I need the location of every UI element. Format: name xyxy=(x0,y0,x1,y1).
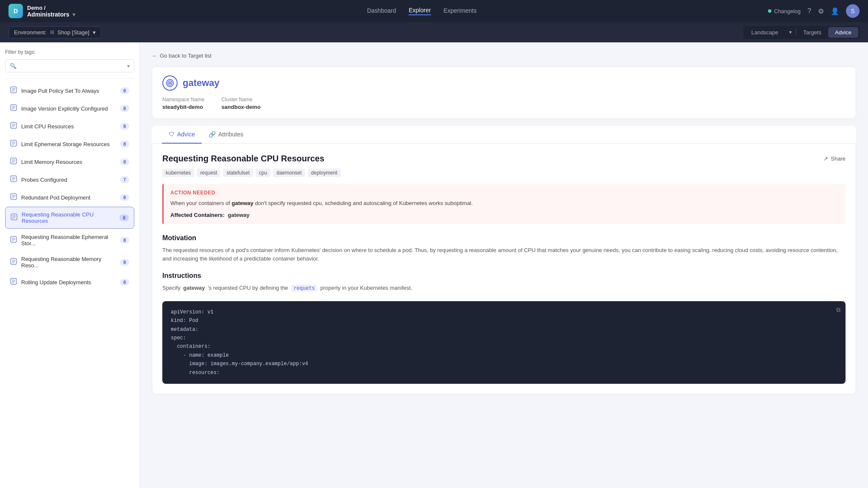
tag-daemonset[interactable]: daemonset xyxy=(273,169,305,177)
sidebar-item-label-image-pull-policy: Image Pull Policy Set To Always xyxy=(21,88,116,94)
namespace-meta: Namespace Name steadybit-demo xyxy=(162,97,204,110)
tab-landscape[interactable]: Landscape xyxy=(745,27,785,38)
sidebar-item-rolling-update[interactable]: Rolling Update Deployments8 xyxy=(5,274,134,291)
action-needed-title: ACTION NEEDED xyxy=(170,190,839,196)
avatar[interactable]: S xyxy=(846,4,860,18)
cluster-label: Cluster Name xyxy=(221,97,260,103)
sidebar-item-icon-redundant-pod xyxy=(10,193,17,202)
sidebar-item-limit-cpu[interactable]: Limit CPU Resources8 xyxy=(5,118,134,135)
sidebar-item-image-version[interactable]: Image Version Explicitly Configured8 xyxy=(5,100,134,117)
search-icon: 🔍 xyxy=(10,63,17,69)
sidebar-item-badge-requesting-ephemeral: 8 xyxy=(120,237,129,244)
sidebar-item-icon-limit-cpu xyxy=(10,122,17,130)
tag-cpu[interactable]: cpu xyxy=(256,169,270,177)
breadcrumb-chevron[interactable]: ▾ xyxy=(72,11,75,18)
tag-deployment[interactable]: deployment xyxy=(308,169,341,177)
motivation-title: Motivation xyxy=(162,234,846,242)
env-grid-icon: ⊞ xyxy=(50,29,54,35)
inst-text-before: Specify xyxy=(162,285,181,291)
instructions-section: Instructions Specify gateway 's requeste… xyxy=(162,272,846,293)
share-button[interactable]: ↗ Share xyxy=(823,155,846,162)
tag-request[interactable]: request xyxy=(197,169,220,177)
back-link-label: Go back to Target list xyxy=(160,53,211,59)
motivation-text: The requested resources of a pod's conta… xyxy=(162,246,846,264)
sidebar-item-icon-rolling-update xyxy=(10,278,17,286)
sidebar-item-badge-limit-ephemeral: 8 xyxy=(120,141,129,147)
sidebar-item-badge-requesting-cpu: 8 xyxy=(120,214,129,221)
sidebar-item-label-limit-cpu: Limit CPU Resources xyxy=(21,123,116,130)
sidebar-item-label-image-version: Image Version Explicitly Configured xyxy=(21,105,116,112)
app-logo: D xyxy=(8,4,23,18)
copy-button[interactable]: ⧉ xyxy=(836,306,840,313)
sidebar-item-badge-rolling-update: 8 xyxy=(120,279,129,286)
nav-explorer[interactable]: Explorer xyxy=(409,7,431,15)
user-icon[interactable]: 👤 xyxy=(831,7,839,15)
target-name: gateway xyxy=(183,78,220,89)
changelog-dot xyxy=(768,9,771,13)
sidebar-item-icon-requesting-ephemeral xyxy=(10,236,17,244)
changelog-button[interactable]: Changelog xyxy=(768,8,801,14)
sidebar-item-icon-probes-configured xyxy=(10,175,17,184)
action-entity: gateway xyxy=(232,200,253,206)
share-label: Share xyxy=(831,155,846,162)
sidebar-item-label-requesting-memory: Requesting Reasonable Memory Reso... xyxy=(21,256,116,269)
help-icon[interactable]: ? xyxy=(807,7,811,15)
tag-statefulset[interactable]: statefulset xyxy=(223,169,253,177)
advice-title-row: Requesting Reasonable CPU Resources ↗ Sh… xyxy=(162,154,846,164)
nav-dashboard[interactable]: Dashboard xyxy=(367,7,396,15)
namespace-label: Namespace Name xyxy=(162,97,204,103)
tab-attributes-content[interactable]: 🔗 Attributes xyxy=(202,126,250,144)
sidebar-item-label-requesting-ephemeral: Requesting Reasonable Ephemeral Stor... xyxy=(21,234,116,247)
namespace-value: steadybit-demo xyxy=(162,104,204,110)
target-meta: Namespace Name steadybit-demo Cluster Na… xyxy=(162,97,846,110)
code-block: ⧉ apiVersion: v1 kind: Pod metadata: spe… xyxy=(162,301,846,384)
environment-selector[interactable]: Environment: ⊞ Shop [Stage] ▾ xyxy=(8,26,101,39)
back-arrow-icon: ← xyxy=(152,53,157,59)
sidebar-item-badge-image-pull-policy: 8 xyxy=(120,87,129,94)
target-icon xyxy=(162,75,178,91)
sidebar-item-probes-configured[interactable]: Probes Configured7 xyxy=(5,171,134,188)
sidebar-item-requesting-cpu[interactable]: Requesting Reasonable CPU Resources8 xyxy=(5,207,134,229)
sidebar-item-limit-ephemeral[interactable]: Limit Ephemeral Storage Resources8 xyxy=(5,136,134,152)
advice-panel: Requesting Reasonable CPU Resources ↗ Sh… xyxy=(152,144,856,394)
svg-point-46 xyxy=(169,82,170,83)
back-link[interactable]: ← Go back to Target list xyxy=(152,53,856,59)
tag-kubernetes[interactable]: kubernetes xyxy=(162,169,194,177)
tab-advice-content[interactable]: 🛡 Advice xyxy=(162,126,202,144)
sidebar-item-label-requesting-cpu: Requesting Reasonable CPU Resources xyxy=(22,211,115,224)
action-text-before: When your containers of xyxy=(170,200,230,206)
action-needed-box: ACTION NEEDED When your containers of ga… xyxy=(162,184,846,224)
sidebar-item-icon-limit-ephemeral xyxy=(10,140,17,148)
sub-nav-tabs: Landscape ▾ Targets Advice xyxy=(743,26,860,39)
nav-left: D Demo / Administrators ▾ xyxy=(8,4,75,18)
tab-advice[interactable]: Advice xyxy=(828,27,858,38)
sidebar-item-label-limit-memory: Limit Memory Resources xyxy=(21,159,116,165)
search-chevron-icon[interactable]: ▾ xyxy=(127,63,130,69)
gear-icon[interactable]: ⚙ xyxy=(818,7,824,15)
instructions-text: Specify gateway 's requested CPU by defi… xyxy=(162,284,846,293)
sidebar-item-badge-probes-configured: 7 xyxy=(120,176,129,183)
tab-landscape-dropdown[interactable]: ▾ xyxy=(785,27,796,38)
sidebar-item-badge-limit-cpu: 8 xyxy=(120,123,129,130)
sub-nav: Environment: ⊞ Shop [Stage] ▾ Landscape … xyxy=(0,22,868,42)
sidebar-item-image-pull-policy[interactable]: Image Pull Policy Set To Always8 xyxy=(5,82,134,99)
search-input[interactable] xyxy=(20,63,124,69)
env-chevron-icon: ▾ xyxy=(93,29,96,36)
sidebar-item-redundant-pod[interactable]: Redundant Pod Deployment8 xyxy=(5,189,134,206)
advice-container: 🛡 Advice 🔗 Attributes Requesting Reasona… xyxy=(152,126,856,394)
inst-text-middle: 's requested CPU by defining the xyxy=(208,285,288,291)
sidebar-item-requesting-ephemeral[interactable]: Requesting Reasonable Ephemeral Stor...8 xyxy=(5,230,134,251)
target-card: gateway Namespace Name steadybit-demo Cl… xyxy=(152,67,856,119)
sidebar-item-label-rolling-update: Rolling Update Deployments xyxy=(21,279,116,286)
nav-experiments[interactable]: Experiments xyxy=(444,7,477,15)
affected-label: Affected Containers: xyxy=(170,212,225,218)
sidebar-item-limit-memory[interactable]: Limit Memory Resources8 xyxy=(5,153,134,170)
advice-tab-icon: 🛡 xyxy=(169,131,175,138)
env-label: Environment: xyxy=(14,29,47,36)
filter-label: Filter by tags: xyxy=(5,49,134,55)
sidebar-item-requesting-memory[interactable]: Requesting Reasonable Memory Reso...8 xyxy=(5,252,134,273)
tab-targets[interactable]: Targets xyxy=(796,27,828,38)
breadcrumb-org[interactable]: Administrators xyxy=(27,11,70,18)
sidebar-items-container: Image Pull Policy Set To Always8Image Ve… xyxy=(5,82,134,291)
advice-tags: kubernetesrequeststatefulsetcpudaemonset… xyxy=(162,169,846,177)
